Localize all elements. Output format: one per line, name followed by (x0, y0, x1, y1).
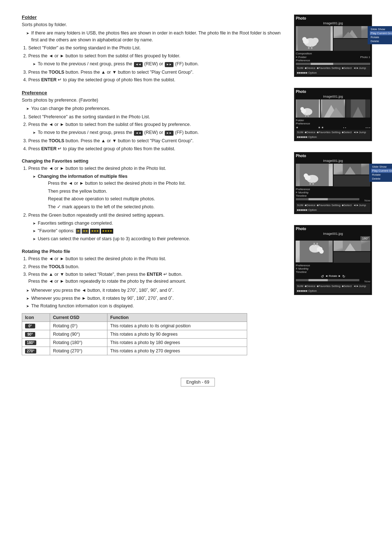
changing-favorites-steps: Press the ◄ or ► button to select the de… (28, 165, 287, 242)
thumb2-dark (346, 99, 370, 118)
star-1: ★ (76, 229, 81, 234)
changing-favorites-section: Changing the Favorites setting Press the… (22, 159, 287, 242)
thumb3-mountain (334, 164, 371, 175)
panel3-filename: Image001.jpg (296, 159, 370, 163)
cf-note-2: "Favorite" options: ★ ★★ ★★★ ★★★★ (33, 228, 287, 234)
table-row: 270° Rotating (270°) This rotates a phot… (22, 347, 247, 355)
icon-90deg: 90° (22, 330, 50, 339)
panel3-bottom-bar: SUM■Device■Favorites Setting■Select◄►Jum… (296, 203, 370, 212)
panel1-title: Photo (296, 16, 370, 20)
panel3-thumbs: Slide Show Play Current Group Rotate Del… (296, 164, 370, 187)
photo-panel-1: Photo Image001.jpg (294, 15, 374, 78)
photo-panel-4-inner: Photo Image001.jpg 180° (294, 225, 372, 295)
table-row: 180° Rotating (180°) This rotates a phot… (22, 339, 247, 347)
thumb4-dark (334, 252, 371, 262)
table-row: 90° Rotating (90°) This rotates a photo … (22, 330, 247, 339)
photo-panel-2: Photo Image001.jpg (294, 88, 374, 143)
rotation-table: Icon Current OSD Function 0° Rotating (0… (22, 313, 247, 355)
table-header-osd: Current OSD (50, 314, 107, 322)
panel4-title: Photo (296, 227, 370, 231)
folder-subtitle: Sorts photos by folder. (22, 21, 287, 28)
folder-step-2: Press the ◄ or ► button to select from t… (28, 53, 287, 68)
osd-180deg: Rotating (180°) (50, 339, 107, 347)
cf-step-1: Press the ◄ or ► button to select the de… (28, 165, 287, 210)
thumb-sheep-large (296, 26, 333, 51)
folder-step-1: Select "Folder" as the sorting standard … (28, 45, 287, 52)
preference-step2-sub-item: To move to the previous / next group, pr… (33, 129, 287, 136)
pref-stars: ★★ ★• •• • • (296, 126, 370, 129)
thumb2-mountain (321, 99, 345, 118)
rotate-badge: 180° (360, 236, 370, 241)
icon-0deg: 0° (22, 322, 50, 330)
panel2-title: Photo (296, 90, 370, 94)
photo-panel-3: Photo Image001.jpg (294, 152, 374, 216)
preference-step2-sub: To move to the previous / next group, pr… (33, 129, 287, 136)
rotate-step-1: Press the ◄ or ► button to select the de… (28, 255, 287, 262)
changing-favorites-title: Changing the Favorites setting (22, 159, 287, 164)
panel4-thumbs (296, 241, 370, 263)
rotate-note-2: Whenever you press the ► button, it rota… (26, 295, 287, 302)
menu-slideshow[interactable]: Slide Show (370, 27, 392, 31)
rotating-notes: Whenever you press the ◄ button, it rota… (26, 287, 287, 310)
osd-270deg: Rotating (270°) (50, 347, 107, 355)
rotating-section: Rotating the Photo file Press the ◄ or ►… (22, 249, 287, 355)
svg-rect-33 (317, 243, 318, 245)
mountain-svg (334, 26, 371, 38)
photo-panel-2-inner: Photo Image001.jpg (294, 88, 372, 141)
panel2-filename: Image001.jpg (296, 95, 370, 98)
context-menu-1: Slide Show Play Current Group Rotate Del… (368, 26, 392, 44)
cf-note-1: Favorites settings change completed. (33, 220, 287, 227)
icon-180deg: 180° (22, 339, 50, 347)
svg-rect-26 (313, 182, 314, 185)
svg-point-3 (312, 38, 319, 44)
svg-rect-34 (314, 243, 315, 245)
mountain-svg3 (334, 164, 371, 175)
menu-rotate[interactable]: Rotate (370, 35, 392, 39)
panel4-bottom-bar: SUM■Device■Favorites Setting■Select◄►Jum… (296, 284, 370, 293)
sheep-svg3 (296, 164, 333, 186)
folder-step-3: Press the TOOLS button. Press the ▲ or ▼… (28, 69, 287, 76)
preference-subtitle: Sorts photos by preference. (Favorite) (22, 97, 287, 104)
menu-play-current[interactable]: Play Current Group (370, 31, 392, 35)
thumb4-sheep-rotated (296, 241, 333, 262)
scroll-bar-3 (296, 198, 359, 200)
favorite-options: ★ ★★ ★★★ ★★★★ (76, 229, 113, 234)
photo-panel-3-inner: Photo Image001.jpg (294, 152, 372, 214)
cf-step-2: Press the Green button repeatedly until … (28, 212, 287, 242)
star-2: ★★ (82, 229, 89, 234)
thumb3-sheep (296, 164, 333, 186)
menu-delete[interactable]: Delete (370, 39, 392, 43)
panel4-filename: Image001.jpg (296, 232, 370, 236)
dark-svg2 (346, 99, 370, 118)
menu3-delete[interactable]: Delete (371, 177, 392, 181)
panel1-bottom-bar: SUM■Device■Favorites Setting■Select◄►Jum… (296, 66, 370, 75)
panel4-meta: Preference ≡ Monthly Timeline ↺ ◄ Rotate… (296, 264, 370, 283)
svg-point-4 (302, 37, 307, 41)
star-4: ★★★★ (101, 229, 113, 234)
panel3-title: Photo (296, 154, 370, 158)
page-footer: English - 69 (181, 378, 215, 386)
svg-point-24 (304, 173, 308, 178)
photo-panel-1-inner: Photo Image001.jpg (294, 15, 372, 77)
mountain-svg2 (321, 99, 345, 118)
func-90deg: This rotates a photo by 90 degrees (107, 330, 247, 339)
cf-sub-step-2: Then press the yellow button. (48, 188, 287, 195)
thumb2-sheep (296, 99, 320, 118)
thumb-mountain (334, 26, 371, 38)
menu3-slideshow[interactable]: Slide Show (371, 165, 392, 169)
left-column: Folder Sorts photos by folder. If there … (22, 15, 287, 362)
folder-note-1: If there are many folders in USB, the ph… (26, 30, 287, 44)
star-3: ★★★ (90, 229, 100, 234)
func-0deg: This rotates a photo to its original pos… (107, 322, 247, 330)
preference-notes: You can change the photo preferences. (26, 105, 287, 112)
menu3-play-current[interactable]: Play Current Group (371, 169, 392, 173)
cf-note-3: Users can select the number of stars (up… (33, 236, 287, 242)
rotate-step-3: Press the ▲ or ▼ button to select "Rotat… (28, 271, 287, 285)
preference-note-1: You can change the photo preferences. (26, 105, 287, 112)
cf-sub-step-4: The ✓ mark appears to the left of the se… (48, 204, 287, 210)
table-row: 0° Rotating (0°) This rotates a photo to… (22, 322, 247, 330)
menu3-rotate[interactable]: Rotate (371, 173, 392, 177)
mountain-svg4 (334, 241, 371, 251)
cf-sub: Changing the information of multiple fil… (33, 173, 287, 210)
folder-section: Folder Sorts photos by folder. If there … (22, 15, 287, 83)
